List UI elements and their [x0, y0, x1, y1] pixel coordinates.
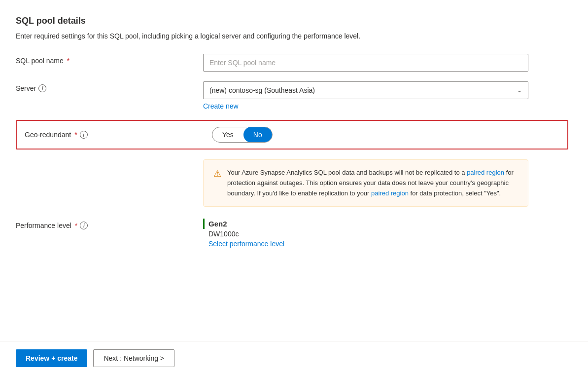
server-dropdown[interactable]: (new) contoso-sg (Southeast Asia) ⌄ [203, 81, 528, 99]
performance-level-required: * [75, 222, 77, 229]
sql-pool-name-row: SQL pool name * [16, 54, 568, 72]
geo-redundant-control: Yes No [212, 127, 273, 143]
warning-text-part3: for data protection, select "Yes". [411, 189, 501, 197]
review-create-button[interactable]: Review + create [16, 349, 87, 367]
geo-redundant-yes-button[interactable]: Yes [212, 127, 243, 143]
sql-pool-name-label-col: SQL pool name * [16, 54, 203, 65]
server-row: Server i (new) contoso-sg (Southeast Asi… [16, 81, 568, 110]
performance-level-content: Gen2 DW1000c Select performance level [203, 219, 568, 248]
section-description: Enter required settings for this SQL poo… [16, 32, 459, 40]
server-dropdown-value: (new) contoso-sg (Southeast Asia) [209, 86, 315, 94]
sql-pool-name-control [203, 54, 568, 72]
warning-text-part1: Your Azure Synapse Analytics SQL pool da… [227, 169, 467, 176]
create-new-link[interactable]: Create new [203, 102, 239, 110]
server-control: (new) contoso-sg (Southeast Asia) ⌄ Crea… [203, 81, 568, 110]
geo-redundant-warning: ⚠ Your Azure Synapse Analytics SQL pool … [203, 159, 528, 207]
geo-redundant-no-button[interactable]: No [243, 127, 272, 143]
page-container: SQL pool details Enter required settings… [0, 0, 588, 248]
performance-level-control: Gen2 DW1000c Select performance level [203, 219, 568, 248]
geo-redundant-row: Geo-redundant * i Yes No [16, 120, 568, 150]
geo-redundant-toggle: Yes No [212, 127, 273, 143]
warning-text: Your Azure Synapse Analytics SQL pool da… [227, 168, 518, 198]
server-label-col: Server i [16, 81, 203, 92]
server-chevron-icon: ⌄ [517, 87, 522, 94]
warning-paired-region-link1[interactable]: paired region [467, 169, 504, 176]
server-label: Server [16, 84, 36, 92]
geo-redundant-label: Geo-redundant [25, 131, 71, 139]
warning-paired-region-link2[interactable]: paired region [371, 189, 409, 197]
performance-level-label: Performance level [16, 222, 71, 229]
geo-redundant-info-icon[interactable]: i [80, 131, 88, 139]
performance-level-label-col: Performance level * i [16, 219, 203, 229]
sql-pool-name-label: SQL pool name [16, 57, 64, 65]
action-bar: Review + create Next : Networking > [0, 341, 588, 375]
geo-redundant-required: * [74, 131, 77, 139]
performance-level-dw: DW1000c [203, 230, 568, 238]
next-networking-button[interactable]: Next : Networking > [93, 349, 174, 367]
sql-pool-name-input[interactable] [203, 54, 528, 72]
select-performance-level-link[interactable]: Select performance level [203, 240, 568, 248]
geo-redundant-label-col: Geo-redundant * i [25, 131, 212, 139]
sql-pool-name-required: * [67, 57, 69, 65]
performance-level-row: Performance level * i Gen2 DW1000c Selec… [16, 219, 568, 248]
performance-level-gen: Gen2 [203, 219, 568, 229]
section-title: SQL pool details [16, 16, 568, 26]
server-info-icon[interactable]: i [38, 84, 46, 92]
warning-triangle-icon: ⚠ [213, 168, 221, 179]
performance-level-info-icon[interactable]: i [80, 222, 88, 229]
